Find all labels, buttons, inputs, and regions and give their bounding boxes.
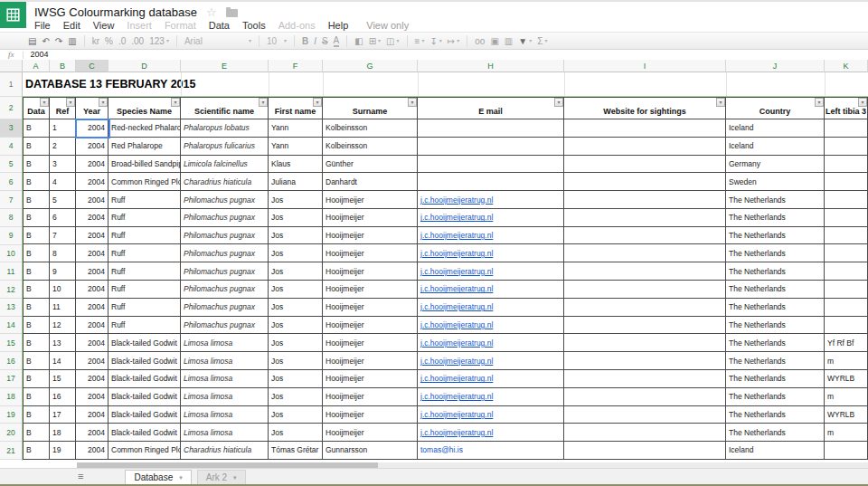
cell-H3[interactable]: [418, 119, 564, 137]
cell-G17[interactable]: Hooijmeijer: [323, 370, 418, 387]
cell-F5[interactable]: Klaus: [269, 156, 323, 173]
email-link[interactable]: j.c.hooijmeijeratrug.nl: [420, 195, 493, 205]
paint-format-icon[interactable]: ▥: [68, 33, 76, 48]
cell-E15[interactable]: Limosa limosa: [181, 334, 269, 351]
italic-icon[interactable]: I: [314, 33, 316, 48]
cell-B3[interactable]: 1: [50, 119, 76, 137]
cell-G16[interactable]: Hooijmeijer: [323, 352, 418, 369]
cell-I3[interactable]: [564, 119, 726, 137]
column-header-I[interactable]: I: [564, 60, 726, 72]
row-header-3[interactable]: 3: [0, 119, 23, 138]
cell-B9[interactable]: 7: [50, 227, 76, 244]
cell-K13[interactable]: [825, 299, 868, 316]
insert-link-icon[interactable]: oo: [475, 33, 485, 48]
row-header-9[interactable]: 9: [0, 227, 23, 245]
cell-A4[interactable]: B: [23, 138, 50, 155]
header-cell-year[interactable]: Year▾: [76, 97, 108, 119]
cell-D12[interactable]: Ruff: [108, 281, 181, 298]
cell-G20[interactable]: Hooijmeijer: [323, 424, 418, 441]
cell-E21[interactable]: Charadrius hiaticula: [181, 442, 269, 459]
cell-G8[interactable]: Hooijmeijer: [323, 209, 418, 226]
cell-A3[interactable]: B: [23, 119, 50, 137]
cell-E14[interactable]: Philomachus pugnax: [181, 317, 269, 334]
cell-H15[interactable]: j.c.hooijmeijeratrug.nl: [418, 334, 564, 351]
borders-icon[interactable]: ⊞▾: [369, 33, 381, 48]
cell-F15[interactable]: Jos: [269, 334, 323, 351]
cell-D5[interactable]: Broad-billed Sandpiper: [108, 156, 181, 173]
cell-G6[interactable]: Danhardt: [323, 173, 418, 190]
cell-I15[interactable]: [564, 334, 726, 351]
cell-D10[interactable]: Ruff: [108, 244, 181, 262]
cell-J18[interactable]: The Netherlands: [726, 388, 825, 405]
cell-I14[interactable]: [564, 317, 726, 334]
cell-A7[interactable]: B: [23, 191, 50, 208]
cell-K21[interactable]: [825, 442, 868, 459]
header-cell-e-mail[interactable]: E mail▾: [418, 97, 564, 119]
cell-A15[interactable]: B: [23, 334, 50, 351]
cell-F3[interactable]: Yann: [269, 119, 323, 137]
cell-G18[interactable]: Hooijmeijer: [323, 388, 418, 405]
cell-A6[interactable]: B: [23, 173, 50, 190]
row-header-19[interactable]: 19: [0, 406, 23, 424]
filter-dropdown-icon[interactable]: ▾: [716, 98, 725, 107]
filter-dropdown-icon[interactable]: ▾: [99, 98, 108, 107]
merge-cells-icon[interactable]: ◫▾: [386, 33, 399, 48]
cell-B15[interactable]: 13: [50, 334, 76, 351]
cell-F12[interactable]: Jos: [269, 281, 323, 298]
tab-ark-2[interactable]: Ark 2▾: [197, 470, 246, 485]
menu-file[interactable]: File: [28, 20, 57, 31]
row-header-6[interactable]: 6: [0, 173, 23, 191]
tab-database[interactable]: Database▾: [125, 470, 191, 485]
cell-E19[interactable]: Limosa limosa: [181, 406, 269, 424]
cell-E20[interactable]: Limosa limosa: [181, 424, 269, 441]
tab-caret-icon[interactable]: ▾: [233, 474, 237, 481]
cell-K5[interactable]: [825, 156, 868, 173]
cell-J19[interactable]: The Netherlands: [726, 406, 825, 424]
filter-dropdown-icon[interactable]: ▾: [554, 98, 563, 107]
cell-E5[interactable]: Limicola falcinellus: [181, 156, 269, 173]
email-link[interactable]: j.c.hooijmeijeratrug.nl: [420, 410, 493, 419]
header-cell-scientific-name[interactable]: Scientific name▾: [181, 97, 269, 119]
cell-B7[interactable]: 5: [50, 191, 76, 208]
cell-D9[interactable]: Ruff: [108, 227, 181, 244]
cell-E12[interactable]: Philomachus pugnax: [181, 281, 269, 298]
row-header-12[interactable]: 12: [0, 281, 23, 299]
cell-E18[interactable]: Limosa limosa: [181, 388, 269, 405]
row-header-18[interactable]: 18: [0, 388, 23, 406]
formula-bar-value[interactable]: 2004: [31, 51, 49, 59]
cell-B6[interactable]: 4: [50, 173, 76, 190]
cell-K12[interactable]: [825, 281, 868, 298]
undo-icon[interactable]: ↶: [42, 33, 49, 48]
currency-format-icon[interactable]: kr: [92, 33, 99, 48]
cell-J20[interactable]: The Netherlands: [726, 424, 825, 441]
row-header-7[interactable]: 7: [0, 191, 23, 209]
cell-K20[interactable]: m: [825, 424, 868, 441]
cell-H16[interactable]: j.c.hooijmeijeratrug.nl: [418, 352, 564, 369]
cell-J11[interactable]: The Netherlands: [726, 262, 825, 280]
column-header-C[interactable]: C: [76, 60, 108, 72]
cell-G4[interactable]: Kolbeinsson: [323, 138, 418, 155]
column-header-H[interactable]: H: [418, 60, 564, 72]
cell-G19[interactable]: Hooijmeijer: [323, 406, 418, 424]
cell-F7[interactable]: Jos: [269, 191, 323, 208]
cell-D11[interactable]: Ruff: [108, 262, 181, 280]
decrease-decimal-icon[interactable]: .0: [118, 33, 126, 48]
menu-edit[interactable]: Edit: [57, 20, 87, 31]
cell-H8[interactable]: j.c.hooijmeijeratrug.nl: [418, 209, 564, 226]
cell-F9[interactable]: Jos: [269, 227, 323, 244]
column-header-B[interactable]: B: [50, 60, 76, 72]
cell-A21[interactable]: B: [23, 442, 50, 459]
cell-A18[interactable]: B: [23, 388, 50, 405]
cell-J16[interactable]: The Netherlands: [726, 352, 825, 369]
cell-B10[interactable]: 8: [50, 244, 76, 262]
email-link[interactable]: tomas@hi.is: [420, 445, 463, 454]
cell-J6[interactable]: Sweden: [726, 173, 825, 190]
document-title[interactable]: IWSG Colourmarking database: [34, 5, 197, 19]
cell-F13[interactable]: Jos: [269, 299, 323, 316]
cell-E9[interactable]: Philomachus pugnax: [181, 227, 269, 244]
cell-F8[interactable]: Jos: [269, 209, 323, 226]
cell-F4[interactable]: Yann: [269, 138, 323, 155]
row-header-11[interactable]: 11: [0, 262, 23, 281]
horizontal-align-icon[interactable]: ≡▾: [415, 33, 425, 48]
row-header-10[interactable]: 10: [0, 245, 23, 263]
